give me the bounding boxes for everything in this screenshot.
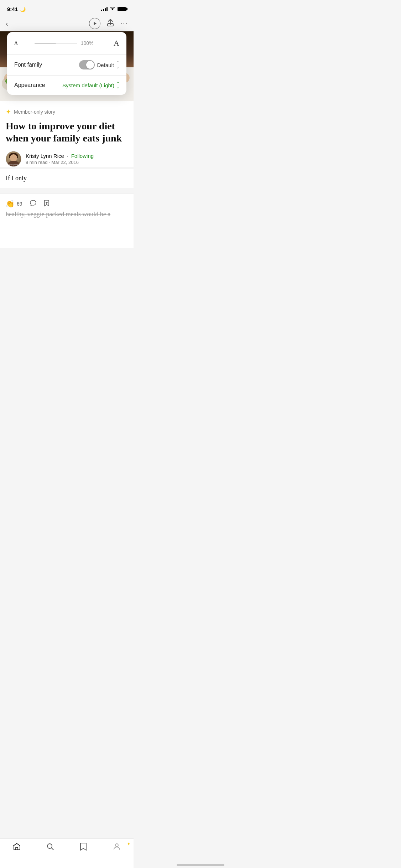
dot-separator: · <box>67 153 68 159</box>
font-family-label: Font family <box>14 62 42 68</box>
share-button[interactable] <box>107 19 114 29</box>
article-preview: If I only <box>0 169 134 188</box>
font-size-row: A 100% A <box>7 32 126 55</box>
author-avatar[interactable]: Paulyvtte <box>6 151 21 167</box>
clap-count: 69 <box>17 201 22 207</box>
clap-button[interactable]: 👏 69 <box>6 200 22 208</box>
svg-marker-0 <box>94 22 97 25</box>
status-bar: 9:41 🌙 <box>0 0 134 16</box>
preview-text-start: If I only <box>6 175 27 182</box>
publish-date: Mar 22, 2016 <box>51 160 79 165</box>
battery-icon <box>118 7 126 11</box>
comment-icon <box>30 200 37 208</box>
appearance-chevron-icon: ⌃⌄ <box>116 81 119 89</box>
author-meta: 9 min read · Mar 22, 2016 <box>26 160 94 165</box>
bookmark-button[interactable] <box>44 200 50 208</box>
wifi-icon <box>110 6 115 12</box>
preview-text-end: healthy, veggie packed meals would be a <box>6 211 110 218</box>
article-title: How to improve your diet when your famil… <box>6 120 128 144</box>
avatar-image: Paulyvtte <box>6 151 21 166</box>
font-family-row[interactable]: Font family Default ⌃⌄ <box>7 55 126 76</box>
member-badge: ✦ Member-only story <box>6 108 128 116</box>
font-family-chevron-icon: ⌃⌄ <box>116 60 119 69</box>
appearance-value-area: System default (Light) ⌃⌄ <box>62 81 119 89</box>
member-star-icon: ✦ <box>6 108 11 116</box>
action-bar: 👏 69 <box>0 193 134 208</box>
author-info: Kristy Lynn Rice · Following 9 min read … <box>26 153 94 165</box>
status-icons <box>101 6 126 12</box>
author-name[interactable]: Kristy Lynn Rice <box>26 153 64 159</box>
article-content: ✦ Member-only story How to improve your … <box>0 101 134 167</box>
reader-settings-popup: A 100% A Font family Default ⌃⌄ Appearan… <box>7 32 126 95</box>
more-button[interactable]: ··· <box>120 19 128 28</box>
appearance-value: System default (Light) <box>62 82 114 88</box>
comment-button[interactable] <box>30 200 37 208</box>
following-button[interactable]: Following <box>71 153 94 159</box>
font-size-slider[interactable] <box>35 43 77 43</box>
signal-bars-icon <box>101 7 108 11</box>
member-badge-text: Member-only story <box>14 109 55 115</box>
moon-icon: 🌙 <box>20 7 26 12</box>
back-button[interactable]: ‹ <box>6 20 8 28</box>
author-name-row: Kristy Lynn Rice · Following <box>26 153 94 159</box>
nav-bar: ‹ ··· <box>0 16 134 31</box>
font-size-slider-area: 100% <box>18 40 114 46</box>
clap-icon: 👏 <box>6 200 15 208</box>
font-family-value: Default <box>97 62 114 68</box>
font-size-small-label: A <box>14 40 18 46</box>
font-size-percent: 100% <box>81 40 94 46</box>
read-time: 9 min read <box>26 160 47 165</box>
font-family-value-area: Default ⌃⌄ <box>79 60 119 69</box>
preview-text-line2: healthy, veggie packed meals would be a <box>0 208 134 248</box>
play-button[interactable] <box>89 18 100 29</box>
nav-right-icons: ··· <box>89 18 128 29</box>
status-time: 9:41 🌙 <box>7 6 26 12</box>
toggle-thumb <box>86 61 94 69</box>
appearance-label: Appearance <box>14 82 45 88</box>
font-family-toggle[interactable] <box>79 60 95 69</box>
bookmark-icon <box>44 200 50 208</box>
author-row: Paulyvtte Kristy Lynn Rice · Following 9… <box>6 151 128 167</box>
appearance-row[interactable]: Appearance System default (Light) ⌃⌄ <box>7 76 126 95</box>
font-size-large-label: A <box>114 38 119 48</box>
meta-dot: · <box>49 160 50 165</box>
